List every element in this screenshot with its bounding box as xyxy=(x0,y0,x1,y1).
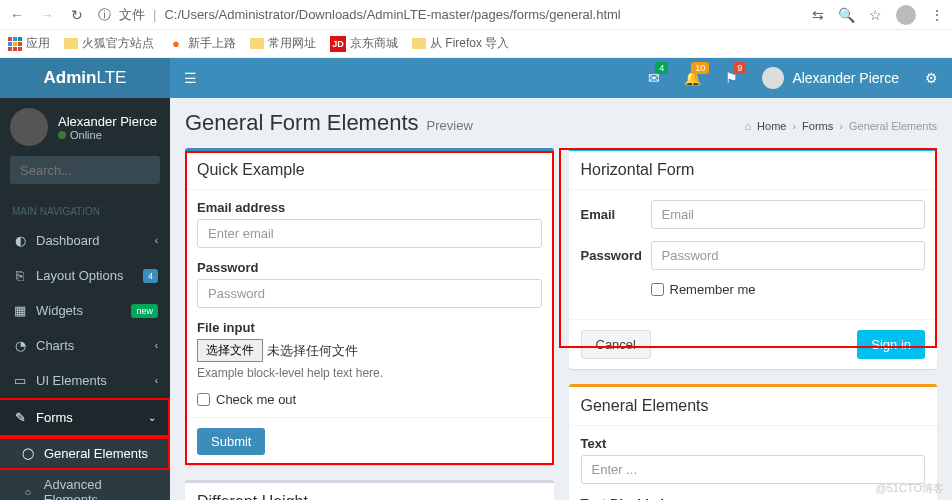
bookmark-apps[interactable]: 应用 xyxy=(8,35,50,52)
page-title: General Form Elements xyxy=(185,110,419,136)
widgets-badge: new xyxy=(131,304,158,318)
page-subtitle: Preview xyxy=(427,118,473,133)
remember-label: Remember me xyxy=(670,282,756,297)
box-title: Horizontal Form xyxy=(569,151,938,190)
sidebar-item-forms[interactable]: ✎ Forms⌄ xyxy=(0,398,170,437)
nav-tasks[interactable]: ⚑ 9 xyxy=(713,58,750,98)
box-title: Quick Example xyxy=(185,151,554,190)
file-help: Example block-level help text here. xyxy=(197,366,542,380)
breadcrumb-forms[interactable]: Forms xyxy=(802,120,833,132)
email-input[interactable] xyxy=(197,219,542,248)
sidebar-item-ui-elements[interactable]: ▭ UI Elements‹ xyxy=(0,363,170,398)
submit-button[interactable]: Submit xyxy=(197,428,265,455)
nav-user[interactable]: Alexander Pierce xyxy=(750,67,911,89)
sidebar-search-input[interactable] xyxy=(20,163,188,178)
h-email-input[interactable] xyxy=(651,200,926,229)
box-title: General Elements xyxy=(569,387,938,426)
pie-chart-icon: ◔ xyxy=(12,338,28,353)
watermark: @51CTO博客 xyxy=(876,481,944,496)
sidebar-item-dashboard[interactable]: ◐ Dashboard‹ xyxy=(0,223,170,258)
h-password-input[interactable] xyxy=(651,241,926,270)
h-password-label: Password xyxy=(581,248,651,263)
url-prefix: 文件 xyxy=(119,6,145,24)
bookmark-common[interactable]: 常用网址 xyxy=(250,35,316,52)
files-icon: ⎘ xyxy=(12,268,28,283)
breadcrumb: ⌂ Home› Forms› General Elements xyxy=(744,120,937,132)
gears-icon: ⚙ xyxy=(925,70,938,86)
browser-back[interactable]: ← xyxy=(8,6,26,24)
tasks-badge: 9 xyxy=(733,62,746,74)
sidebar-header: MAIN NAVIGATION xyxy=(0,200,170,223)
sidebar-user-name: Alexander Pierce xyxy=(58,114,157,129)
signin-button[interactable]: Sign in xyxy=(857,330,925,359)
bookmark-import[interactable]: 从 Firefox 导入 xyxy=(412,35,509,52)
bookmark-jd[interactable]: JD京东商城 xyxy=(330,35,398,52)
dashboard-icon: ◐ xyxy=(12,233,28,248)
browser-forward[interactable]: → xyxy=(38,6,56,24)
nav-messages[interactable]: ✉ 4 xyxy=(636,58,672,98)
email-label: Email address xyxy=(197,200,542,215)
laptop-icon: ▭ xyxy=(12,373,28,388)
sidebar-item-layout[interactable]: ⎘ Layout Options 4 xyxy=(0,258,170,293)
box-title: Different Height xyxy=(185,483,554,500)
menu-icon[interactable]: ⋮ xyxy=(930,7,944,23)
text-label: Text xyxy=(581,436,926,451)
logo[interactable]: AdminLTE xyxy=(0,58,170,98)
bookmark-newbie[interactable]: ●新手上路 xyxy=(168,35,236,52)
file-label: File input xyxy=(197,320,542,335)
box-horizontal-form: Horizontal Form Email Password xyxy=(569,148,938,369)
box-different-height: Different Height xyxy=(185,480,554,500)
h-email-label: Email xyxy=(581,207,651,222)
avatar xyxy=(10,108,48,146)
browser-reload[interactable]: ↻ xyxy=(68,6,86,24)
avatar xyxy=(762,67,784,89)
sidebar-subitem-general-elements[interactable]: ◯ General Elements xyxy=(0,437,170,470)
file-status: 未选择任何文件 xyxy=(267,342,358,360)
password-label: Password xyxy=(197,260,542,275)
box-quick-example: Quick Example Email address Password Fil… xyxy=(185,148,554,465)
home-icon: ⌂ xyxy=(744,120,751,132)
check-label: Check me out xyxy=(216,392,296,407)
text-input[interactable] xyxy=(581,455,926,484)
th-icon: ▦ xyxy=(12,303,28,318)
password-input[interactable] xyxy=(197,279,542,308)
text-disabled-label: Text Disabled xyxy=(581,496,926,500)
messages-badge: 4 xyxy=(655,62,668,74)
check-me-out[interactable] xyxy=(197,393,210,406)
translate-icon[interactable]: ⇆ xyxy=(812,7,824,23)
url-bar[interactable]: ⓘ 文件 | C:/Users/Administrator/Downloads/… xyxy=(98,6,800,24)
breadcrumb-home[interactable]: Home xyxy=(757,120,786,132)
nav-notifications[interactable]: 🔔 10 xyxy=(672,58,713,98)
sidebar-toggle[interactable]: ☰ xyxy=(170,58,210,98)
bookmark-firefox-official[interactable]: 火狐官方站点 xyxy=(64,35,154,52)
zoom-icon[interactable]: 🔍 xyxy=(838,7,855,23)
cancel-button[interactable]: Cancel xyxy=(581,330,651,359)
sidebar-item-charts[interactable]: ◔ Charts‹ xyxy=(0,328,170,363)
star-icon[interactable]: ☆ xyxy=(869,7,882,23)
info-icon: ⓘ xyxy=(98,6,111,24)
circle-icon: ◯ xyxy=(20,447,36,460)
layout-badge: 4 xyxy=(143,269,158,283)
profile-icon[interactable] xyxy=(896,5,916,25)
circle-icon: ○ xyxy=(20,486,36,498)
user-panel: Alexander Pierce Online xyxy=(0,98,170,156)
notifications-badge: 10 xyxy=(691,62,709,74)
sidebar-user-status[interactable]: Online xyxy=(58,129,157,141)
remember-checkbox[interactable] xyxy=(651,283,664,296)
nav-settings[interactable]: ⚙ xyxy=(911,70,952,86)
breadcrumb-current: General Elements xyxy=(849,120,937,132)
sidebar-subitem-advanced-elements[interactable]: ○ Advanced Elements xyxy=(0,470,170,500)
edit-icon: ✎ xyxy=(12,410,28,425)
url-text: C:/Users/Administrator/Downloads/AdminLT… xyxy=(164,7,620,22)
file-choose-button[interactable]: 选择文件 xyxy=(197,339,263,362)
user-name-label: Alexander Pierce xyxy=(792,70,899,86)
sidebar-item-widgets[interactable]: ▦ Widgets new xyxy=(0,293,170,328)
